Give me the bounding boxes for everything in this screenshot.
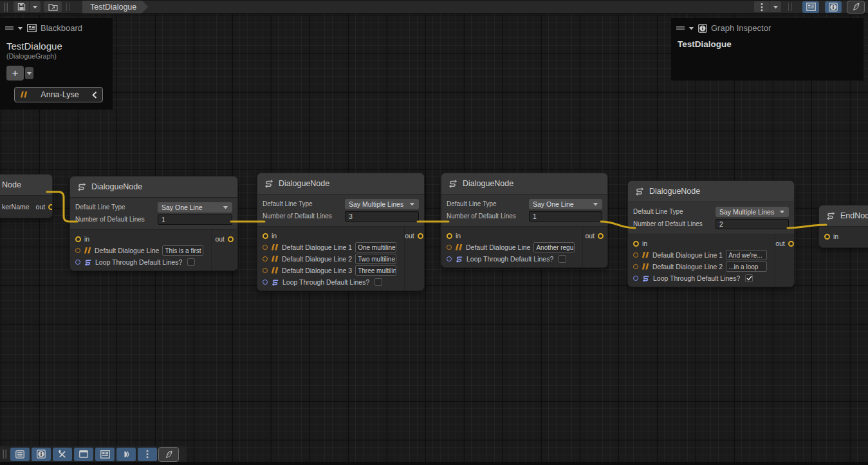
toolbar-drag-handle[interactable]	[3, 450, 7, 459]
out-port-row: out	[405, 230, 423, 242]
out-port[interactable]	[788, 241, 794, 247]
port-row: Default Dialogue Line 3Three multilin	[257, 265, 404, 276]
number-of-lines-field[interactable]: 1	[529, 211, 602, 222]
node-title-bar[interactable]: DialogueNode	[628, 181, 794, 202]
drag-handle-icon[interactable]	[676, 26, 685, 30]
open-asset-button[interactable]	[44, 1, 62, 12]
more-options-caret[interactable]	[770, 1, 781, 12]
orange-data-port[interactable]	[75, 248, 80, 253]
in-port[interactable]	[263, 233, 268, 239]
line-type-dropdown[interactable]: Say One Line	[158, 202, 232, 213]
in-port-label: in	[272, 232, 277, 240]
in-port[interactable]	[633, 241, 639, 247]
property-label: Default Line Type	[633, 208, 716, 215]
list-view-button[interactable]	[10, 448, 30, 461]
loop-checkbox[interactable]	[374, 278, 382, 286]
node-title-bar[interactable]: DialogueNode	[441, 173, 607, 195]
end-node-partial[interactable]: EndNodein	[818, 205, 868, 248]
blue-data-port[interactable]	[75, 260, 80, 265]
dialogue-node-3[interactable]: DialogueNodeDefault Line TypeSay One Lin…	[441, 173, 608, 268]
orange-data-port[interactable]	[447, 245, 452, 250]
in-port[interactable]	[824, 234, 830, 240]
line-type-dropdown[interactable]: Say Multiple Lines	[716, 207, 789, 217]
number-of-lines-field[interactable]: 2	[716, 219, 789, 229]
port-row-label: Default Dialogue Line 2	[282, 255, 352, 263]
port-row: Loop Through Default Lines?	[257, 276, 404, 288]
orange-data-port[interactable]	[633, 264, 638, 269]
quill-button[interactable]	[159, 448, 178, 461]
property-row: Default Line TypeSay Multiple Lines	[633, 205, 789, 218]
transition-button[interactable]	[116, 448, 136, 461]
node-title-bar[interactable]: Node	[0, 175, 52, 196]
dialogue-line-field[interactable]: Another regu	[533, 242, 575, 252]
orange-data-port[interactable]	[263, 256, 268, 261]
toolbar-drag-handle[interactable]	[4, 3, 8, 12]
save-dropdown-button[interactable]	[30, 1, 41, 12]
window-button[interactable]	[74, 448, 93, 461]
toggle-inspector-button[interactable]	[825, 1, 842, 13]
output-port-label: kerName	[2, 203, 30, 211]
loop-checkbox[interactable]	[559, 255, 566, 263]
inspector-toggle-button[interactable]	[32, 448, 51, 461]
dialogue-line-field[interactable]: This is a first	[162, 245, 203, 256]
save-button[interactable]	[14, 1, 29, 12]
add-property-button[interactable]: +	[6, 66, 24, 81]
dialogue-node-2[interactable]: DialogueNodeDefault Line TypeSay Multipl…	[257, 173, 425, 291]
breadcrumb[interactable]: TestDialogue	[82, 1, 148, 14]
node-properties: Default Line TypeSay Multiple LinesNumbe…	[628, 202, 794, 234]
number-of-lines-field[interactable]: 1	[158, 214, 232, 225]
orange-data-port[interactable]	[633, 252, 638, 258]
toggle-blackboard-button[interactable]	[802, 1, 819, 13]
blue-data-port[interactable]	[633, 276, 638, 281]
node-title-label: Node	[2, 180, 21, 189]
blackboard-toggle-button[interactable]	[95, 448, 115, 461]
dialogue-node-1[interactable]: DialogueNodeDefault Line TypeSay One Lin…	[69, 176, 238, 271]
orange-data-port[interactable]	[263, 245, 268, 250]
blue-data-port[interactable]	[447, 256, 452, 261]
port-row: Default Dialogue Line 2Two multiline	[257, 253, 404, 265]
dialogue-line-field[interactable]: ...in a loop	[726, 261, 767, 272]
collapse-icon[interactable]	[17, 26, 23, 30]
port-row: in	[628, 238, 775, 249]
dialogue-line-field[interactable]: Two multiline	[355, 254, 396, 264]
toggle-quill-button[interactable]	[847, 1, 864, 13]
blackboard-header[interactable]: Blackboard	[0, 18, 113, 35]
more-options-button[interactable]	[754, 1, 770, 12]
dropdown-value: Say Multiple Lines	[719, 208, 774, 216]
toolbar-separator	[66, 3, 70, 11]
dialogue-line-field[interactable]: And we're...	[726, 250, 767, 260]
loop-checkbox[interactable]	[745, 274, 753, 282]
port-row-label: Loop Through Default Lines?	[282, 278, 369, 286]
blackboard-field-anna-lyse[interactable]: Anna-Lyse	[14, 87, 103, 102]
dialogue-line-field[interactable]: Three multilin	[355, 265, 396, 276]
in-port[interactable]	[447, 233, 452, 239]
collapse-icon[interactable]	[688, 26, 694, 30]
drag-handle-icon[interactable]	[5, 26, 14, 30]
out-port[interactable]	[228, 236, 234, 242]
dialogue-line-field[interactable]: One multiline	[355, 242, 396, 252]
more-button[interactable]	[138, 448, 157, 461]
loop-checkbox[interactable]	[187, 258, 195, 266]
node-title-bar[interactable]: DialogueNode	[257, 173, 424, 195]
node-port-section: inDefault Dialogue Line 1One multilineDe…	[257, 227, 424, 290]
tools-button[interactable]	[53, 448, 72, 461]
speaker-node-partial[interactable]: NodekerNameout	[0, 174, 53, 218]
node-title-label: DialogueNode	[279, 179, 329, 188]
add-property-caret[interactable]	[25, 67, 33, 79]
inspector-header[interactable]: Graph Inspector	[671, 18, 863, 35]
dialogue-node-4[interactable]: DialogueNodeDefault Line TypeSay Multipl…	[627, 180, 795, 287]
out-port[interactable]	[598, 233, 604, 239]
out-port[interactable]	[48, 204, 53, 210]
line-type-dropdown[interactable]: Say Multiple Lines	[345, 199, 419, 209]
chevron-left-icon[interactable]	[92, 91, 97, 99]
node-title-bar[interactable]: EndNode	[819, 205, 868, 227]
number-of-lines-field[interactable]: 3	[345, 211, 419, 222]
caret-down-icon	[223, 205, 228, 209]
node-title-bar[interactable]: DialogueNode	[70, 176, 237, 198]
line-type-dropdown[interactable]: Say One Line	[529, 199, 602, 209]
blackboard-icon	[27, 24, 37, 32]
in-port[interactable]	[75, 236, 81, 242]
blue-data-port[interactable]	[263, 280, 268, 285]
orange-data-port[interactable]	[263, 268, 268, 273]
out-port[interactable]	[418, 233, 423, 239]
